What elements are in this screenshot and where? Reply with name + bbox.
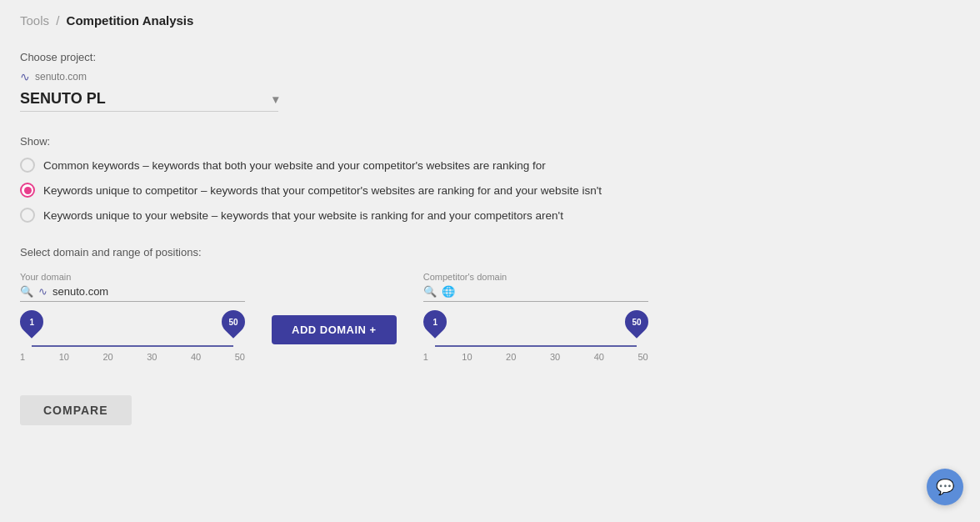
your-domain-block: Your domain 🔍 ∿ senuto.com 1	[20, 272, 245, 362]
competitor-domain-slider-ticks: 1 10 20 30 40 50	[423, 352, 648, 362]
domains-and-add: Your domain 🔍 ∿ senuto.com 1	[20, 272, 960, 362]
chat-widget[interactable]: 💬	[927, 469, 963, 505]
your-domain-icon: ∿	[38, 285, 48, 298]
search-icon: 🔍	[20, 285, 33, 298]
project-selector: Choose project: ∿ senuto.com SENUTO PL ▾	[20, 51, 960, 112]
project-name: SENUTO PL	[20, 90, 106, 108]
radio-circle-common	[20, 158, 35, 173]
breadcrumb-separator: /	[56, 13, 59, 28]
your-domain-slider-ticks: 1 10 20 30 40 50	[20, 352, 245, 362]
project-domain: senuto.com	[35, 71, 87, 83]
competitor-domain-icon: 🌐	[442, 285, 455, 298]
radio-unique-competitor[interactable]: Keywords unique to competitor – keywords…	[20, 183, 960, 198]
show-section: Show: Common keywords – keywords that bo…	[20, 135, 960, 223]
add-domain-area: ADD DOMAIN +	[272, 272, 397, 344]
project-info: ∿ senuto.com	[20, 70, 960, 83]
show-label: Show:	[20, 135, 960, 148]
main-content: Tools / Competition Analysis Choose proj…	[0, 0, 980, 439]
competitor-domain-block: Competitor's domain 🔍 🌐 1 50	[423, 272, 648, 362]
your-domain-slider-right-handle[interactable]: 50	[217, 305, 250, 339]
project-icon: ∿	[20, 70, 30, 83]
competitor-domain-slider-right-handle[interactable]: 50	[620, 305, 653, 339]
chat-icon: 💬	[936, 478, 954, 496]
competitor-search-icon: 🔍	[423, 285, 437, 298]
your-domain-slider-left-value: 1	[29, 318, 34, 327]
compare-button[interactable]: COMPARE	[20, 395, 132, 425]
radio-label-common: Common keywords – keywords that both you…	[43, 159, 546, 172]
breadcrumb: Tools / Competition Analysis	[20, 13, 960, 28]
competitor-domain-input-row: 🔍 🌐	[423, 285, 648, 302]
radio-label-unique-yours: Keywords unique to your website – keywor…	[43, 209, 563, 222]
your-domain-input-row: 🔍 ∿ senuto.com	[20, 285, 245, 302]
project-dropdown[interactable]: SENUTO PL ▾	[20, 87, 278, 112]
add-domain-button[interactable]: ADD DOMAIN +	[272, 315, 397, 344]
radio-label-unique-competitor: Keywords unique to competitor – keywords…	[43, 184, 602, 197]
your-domain-slider[interactable]: 1 50 1 10 20 30 40	[20, 322, 245, 362]
choose-project-label: Choose project:	[20, 51, 960, 63]
your-domain-slider-left-handle[interactable]: 1	[15, 305, 48, 339]
breadcrumb-page: Competition Analysis	[67, 13, 194, 28]
your-domain-slider-right-value: 50	[228, 318, 238, 327]
radio-circle-unique-competitor	[20, 183, 35, 198]
chevron-down-icon: ▾	[272, 93, 278, 106]
radio-unique-yours[interactable]: Keywords unique to your website – keywor…	[20, 208, 960, 223]
competitor-domain-slider-right-value: 50	[632, 318, 641, 327]
competitor-domain-label: Competitor's domain	[423, 272, 648, 282]
radio-circle-unique-yours	[20, 208, 35, 223]
your-domain-label: Your domain	[20, 272, 245, 282]
radio-common[interactable]: Common keywords – keywords that both you…	[20, 158, 960, 173]
competitor-domain-slider-left-handle[interactable]: 1	[418, 305, 452, 339]
domain-section: Select domain and range of positions: Yo…	[20, 246, 960, 362]
domain-section-label: Select domain and range of positions:	[20, 246, 960, 258]
radio-group: Common keywords – keywords that both you…	[20, 158, 960, 223]
your-domain-value: senuto.com	[52, 285, 108, 298]
competitor-domain-slider-left-value: 1	[432, 318, 438, 327]
competitor-domain-slider[interactable]: 1 50 1 10 20 30 40	[423, 322, 648, 362]
breadcrumb-tools: Tools	[20, 13, 49, 28]
